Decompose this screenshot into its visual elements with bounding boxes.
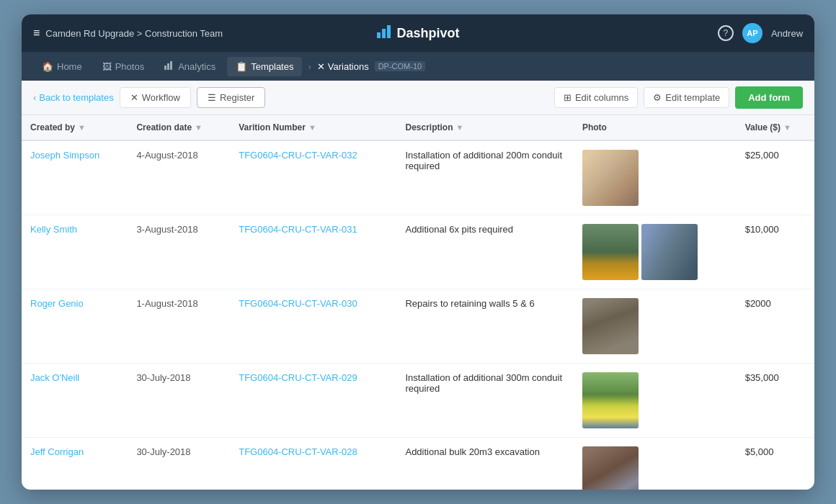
logo-icon	[377, 25, 393, 42]
svg-rect-5	[170, 61, 172, 70]
cell-variation-number[interactable]: TFG0604-CRU-CT-VAR-030	[230, 289, 396, 364]
svg-rect-4	[167, 63, 169, 70]
cell-value: $35,000	[737, 364, 814, 438]
cell-description: Repairs to retaining walls 5 & 6	[396, 289, 573, 364]
col-creation-date: Creation date ▼	[128, 115, 230, 140]
cell-value: $2000	[737, 289, 814, 364]
back-to-templates-link[interactable]: ‹ Back to templates	[33, 92, 114, 103]
nav-templates[interactable]: 📋 Templates	[227, 57, 302, 76]
register-tab[interactable]: ☰ Register	[197, 87, 265, 108]
templates-icon: 📋	[236, 61, 247, 72]
cell-photo[interactable]	[574, 438, 737, 490]
svg-rect-0	[377, 32, 381, 38]
cell-creation-date: 3-August-2018	[128, 215, 230, 289]
col-photo: Photo	[574, 115, 737, 140]
cell-creation-date: 4-August-2018	[128, 140, 230, 215]
toolbar: ‹ Back to templates ✕ Workflow ☰ Registe…	[22, 81, 814, 115]
cell-variation-number[interactable]: TFG0604-CRU-CT-VAR-031	[230, 215, 396, 289]
cell-photo[interactable]	[574, 364, 737, 438]
workflow-tab[interactable]: ✕ Workflow	[120, 87, 191, 108]
table-row: Jeff Corrigan30-July-2018TFG0604-CRU-CT-…	[22, 438, 814, 490]
edit-template-label: Edit template	[665, 92, 720, 103]
add-form-button[interactable]: Add form	[735, 86, 803, 109]
nav-home-label: Home	[57, 61, 82, 72]
variations-badge: DP-COM-10	[375, 61, 426, 71]
register-icon: ☰	[208, 92, 216, 103]
analytics-icon	[164, 61, 174, 72]
app-window: ≡ Camden Rd Upgrade > Construction Team …	[22, 14, 814, 490]
edit-columns-icon: ⊞	[564, 92, 572, 103]
back-to-templates-label: Back to templates	[39, 92, 113, 103]
cell-value: $25,000	[737, 140, 814, 215]
table-row: Jack O'Neill30-July-2018TFG0604-CRU-CT-V…	[22, 364, 814, 438]
cell-created-by[interactable]: Jeff Corrigan	[22, 438, 128, 490]
variations-icon: ✕	[317, 61, 325, 72]
col-value: Value ($) ▼	[737, 115, 814, 140]
cell-creation-date: 30-July-2018	[128, 364, 230, 438]
cell-created-by[interactable]: Roger Genio	[22, 289, 128, 364]
topbar-right: ? AP Andrew	[460, 23, 804, 43]
edit-template-button[interactable]: ⚙ Edit template	[644, 87, 729, 108]
table-body: Joseph Simpson4-August-2018TFG0604-CRU-C…	[22, 140, 814, 490]
nav-photos[interactable]: 🖼 Photos	[94, 57, 153, 76]
cell-photo[interactable]	[574, 215, 737, 289]
variation-number-filter-icon[interactable]: ▼	[308, 123, 316, 132]
col-description: Description ▼	[396, 115, 573, 140]
svg-rect-2	[387, 25, 391, 38]
help-button[interactable]: ?	[718, 25, 734, 41]
cell-photo[interactable]	[574, 289, 737, 364]
photo-thumbnail[interactable]	[582, 446, 639, 490]
cell-creation-date: 1-August-2018	[128, 289, 230, 364]
photo-thumbnail[interactable]	[641, 224, 698, 280]
value-filter-icon[interactable]: ▼	[783, 123, 791, 132]
creation-date-filter-icon[interactable]: ▼	[195, 123, 203, 132]
photo-thumbnail[interactable]	[582, 224, 639, 280]
nav-analytics-label: Analytics	[178, 61, 215, 72]
photos-icon: 🖼	[102, 61, 112, 72]
photo-thumbnail[interactable]	[582, 298, 639, 354]
register-label: Register	[220, 92, 254, 103]
col-created-by: Created by ▼	[22, 115, 128, 140]
back-arrow-icon: ‹	[33, 92, 36, 103]
topbar: ≡ Camden Rd Upgrade > Construction Team …	[22, 14, 814, 52]
nav-home[interactable]: 🏠 Home	[33, 57, 91, 76]
photo-thumbnail[interactable]	[582, 150, 639, 206]
cell-created-by[interactable]: Kelly Smith	[22, 215, 128, 289]
cell-variation-number[interactable]: TFG0604-CRU-CT-VAR-028	[230, 438, 396, 490]
edit-columns-button[interactable]: ⊞ Edit columns	[554, 87, 638, 108]
cell-variation-number[interactable]: TFG0604-CRU-CT-VAR-029	[230, 364, 396, 438]
variations-label: Variations	[328, 61, 369, 72]
description-filter-icon[interactable]: ▼	[455, 123, 463, 132]
avatar: AP	[742, 23, 762, 43]
table-row: Roger Genio1-August-2018TFG0604-CRU-CT-V…	[22, 289, 814, 364]
cell-value: $10,000	[737, 215, 814, 289]
cell-photo[interactable]	[574, 140, 737, 215]
cell-variation-number[interactable]: TFG0604-CRU-CT-VAR-032	[230, 140, 396, 215]
hamburger-icon[interactable]: ≡	[33, 27, 40, 40]
table-row: Joseph Simpson4-August-2018TFG0604-CRU-C…	[22, 140, 814, 215]
cell-value: $5,000	[737, 438, 814, 490]
created-by-filter-icon[interactable]: ▼	[78, 123, 86, 132]
user-name: Andrew	[771, 28, 803, 39]
topbar-left: ≡ Camden Rd Upgrade > Construction Team	[33, 27, 377, 40]
svg-rect-3	[164, 66, 166, 70]
nav-analytics[interactable]: Analytics	[156, 57, 224, 76]
data-table: Created by ▼ Creation date ▼ Varition Nu…	[22, 115, 814, 490]
subnav: 🏠 Home 🖼 Photos Analytics 📋 Templates › …	[22, 52, 814, 81]
svg-rect-1	[382, 29, 386, 38]
col-variation-number: Varition Number ▼	[230, 115, 396, 140]
photo-thumbnail[interactable]	[582, 372, 639, 428]
cell-description: Additional 6x pits required	[396, 215, 573, 289]
cell-description: Installation of additional 200m conduit …	[396, 140, 573, 215]
cell-created-by[interactable]: Joseph Simpson	[22, 140, 128, 215]
topbar-center: Dashpivot	[377, 25, 460, 42]
nav-templates-label: Templates	[251, 61, 293, 72]
edit-columns-label: Edit columns	[575, 92, 628, 103]
cell-description: Installation of additional 300m conduit …	[396, 364, 573, 438]
workflow-label: Workflow	[142, 92, 180, 103]
logo-text: Dashpivot	[397, 26, 460, 41]
edit-template-icon: ⚙	[653, 92, 662, 103]
cell-creation-date: 30-July-2018	[128, 438, 230, 490]
cell-created-by[interactable]: Jack O'Neill	[22, 364, 128, 438]
project-title: Camden Rd Upgrade > Construction Team	[45, 28, 223, 39]
